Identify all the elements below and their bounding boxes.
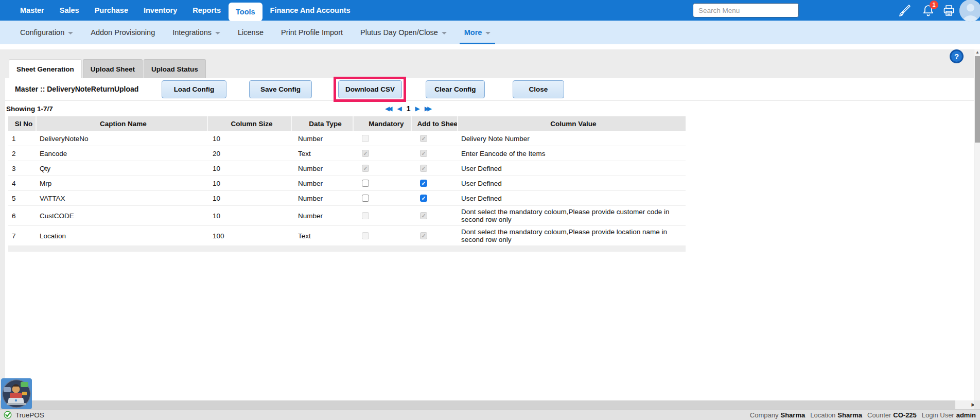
nav-item-reports[interactable]: Reports xyxy=(185,0,229,21)
nav-item-tools[interactable]: Tools xyxy=(229,3,262,21)
horizontal-scrollbar-thumb[interactable] xyxy=(0,400,955,409)
current-page-number[interactable]: 1 xyxy=(407,104,411,113)
cell-column-size: 100 xyxy=(208,230,292,242)
column-header-sl-no[interactable]: Sl No xyxy=(8,116,37,131)
status-bar-left: TruePOS xyxy=(4,411,44,419)
status-bar: TruePOS CompanySharma LocationSharma Cou… xyxy=(0,409,980,420)
table-row: 5VATTAX10NumberUser Defined xyxy=(8,191,686,206)
support-agent-icon xyxy=(1,378,32,409)
cell-sl-no: 2 xyxy=(8,148,37,160)
help-button[interactable]: ? xyxy=(950,49,964,63)
nav-item-purchase[interactable]: Purchase xyxy=(87,0,136,21)
submenu-print-profile-import[interactable]: Print Profile Import xyxy=(272,21,352,44)
status-company: CompanySharma xyxy=(750,411,805,419)
connection-ok-icon xyxy=(4,411,12,419)
cell-caption-name: Eancode xyxy=(37,148,208,160)
cell-sl-no: 6 xyxy=(8,210,37,222)
column-header-caption-name[interactable]: Caption Name xyxy=(37,116,208,131)
last-page-icon[interactable]: ▶▶ xyxy=(425,104,432,113)
notification-badge: 1 xyxy=(930,1,938,9)
status-location: LocationSharma xyxy=(810,411,862,419)
clear-config-button[interactable]: Clear Config xyxy=(426,80,485,98)
config-toolbar: Master :: DeliveryNoteReturnUpload Load … xyxy=(5,78,974,101)
submenu-license[interactable]: License xyxy=(229,21,272,44)
chevron-down-icon xyxy=(485,32,491,34)
submenu-more[interactable]: More xyxy=(456,21,500,44)
cell-column-value: Dont select the mandatory coloum,Please … xyxy=(458,226,686,246)
add-to-sheet-cell xyxy=(412,133,458,144)
nav-item-finance-and-accounts[interactable]: Finance And Accounts xyxy=(262,0,358,21)
add-to-sheet-checkbox[interactable] xyxy=(420,180,427,187)
column-header-column-value[interactable]: Column Value xyxy=(458,116,686,131)
submenu-configuration[interactable]: Configuration xyxy=(11,21,82,44)
mandatory-checkbox xyxy=(362,232,369,239)
mandatory-checkbox[interactable] xyxy=(362,195,369,202)
mandatory-cell xyxy=(354,230,412,241)
table-row: 1DeliveryNoteNo10NumberDelivery Note Num… xyxy=(8,131,686,146)
printer-icon[interactable] xyxy=(942,4,956,18)
cell-data-type: Number xyxy=(292,210,354,222)
top-navigation-bar: Master Sales Purchase Inventory Reports … xyxy=(0,0,980,21)
cell-caption-name: VATTAX xyxy=(37,192,208,204)
cell-data-type: Text xyxy=(292,230,354,242)
horizontal-scrollbar[interactable]: ▶ xyxy=(0,400,980,409)
add-to-sheet-checkbox xyxy=(420,165,427,172)
nav-item-master[interactable]: Master xyxy=(12,0,52,21)
cell-data-type: Number xyxy=(292,133,354,145)
submenu-addon-provisioning[interactable]: Addon Provisioning xyxy=(82,21,164,44)
column-header-column-size[interactable]: Column Size xyxy=(208,116,292,131)
add-to-sheet-checkbox xyxy=(420,135,427,142)
chevron-down-icon xyxy=(442,32,447,34)
close-button[interactable]: Close xyxy=(513,80,564,98)
avatar-person-icon xyxy=(959,0,980,22)
page-title: Master :: DeliveryNoteReturnUpload xyxy=(15,85,138,93)
column-header-mandatory[interactable]: Mandatory xyxy=(354,116,412,131)
chat-support-launcher[interactable] xyxy=(1,378,32,409)
pagination: ◀◀ ◀ 1 ▶ ▶▶ xyxy=(385,104,432,113)
add-to-sheet-cell xyxy=(412,210,458,221)
add-to-sheet-cell xyxy=(412,163,458,174)
cell-caption-name: Location xyxy=(37,230,208,242)
cell-data-type: Text xyxy=(292,148,354,160)
submenu-divider xyxy=(0,44,980,49)
cell-sl-no: 4 xyxy=(8,178,37,189)
nav-item-sales[interactable]: Sales xyxy=(52,0,87,21)
tab-upload-status[interactable]: Upload Status xyxy=(144,59,206,78)
add-to-sheet-cell xyxy=(412,178,458,189)
first-page-icon[interactable]: ◀◀ xyxy=(385,104,392,113)
cell-sl-no: 7 xyxy=(8,230,37,242)
cell-column-size: 10 xyxy=(208,133,292,145)
mandatory-cell xyxy=(354,163,412,174)
search-input[interactable] xyxy=(693,3,799,18)
mandatory-checkbox[interactable] xyxy=(362,180,369,187)
save-config-button[interactable]: Save Config xyxy=(249,80,312,98)
download-csv-button[interactable]: Download CSV xyxy=(338,80,402,98)
submenu-integrations[interactable]: Integrations xyxy=(164,21,229,44)
cell-caption-name: DeliveryNoteNo xyxy=(37,133,208,145)
tab-sheet-generation[interactable]: Sheet Generation xyxy=(9,59,82,78)
submenu-plutus-day-open-close[interactable]: Plutus Day Open/Close xyxy=(352,21,456,44)
scroll-up-icon[interactable]: ▲ xyxy=(974,49,980,56)
cell-column-value: User Defined xyxy=(458,163,686,174)
paintbrush-icon[interactable] xyxy=(898,4,912,18)
mandatory-cell xyxy=(354,133,412,144)
cell-caption-name: Qty xyxy=(37,163,208,174)
tab-upload-sheet[interactable]: Upload Sheet xyxy=(83,59,143,78)
add-to-sheet-checkbox xyxy=(420,232,427,239)
cell-column-size: 10 xyxy=(208,192,292,204)
grid-header-row: Sl No Caption Name Column Size Data Type… xyxy=(8,116,686,131)
vertical-scrollbar[interactable]: ▲ xyxy=(974,49,980,400)
nav-item-inventory[interactable]: Inventory xyxy=(136,0,185,21)
add-to-sheet-checkbox[interactable] xyxy=(420,195,427,202)
vertical-scrollbar-thumb[interactable] xyxy=(975,56,980,143)
cell-column-size: 20 xyxy=(208,148,292,160)
load-config-button[interactable]: Load Config xyxy=(162,80,226,98)
next-page-icon[interactable]: ▶ xyxy=(415,104,420,113)
cell-caption-name: CustCODE xyxy=(37,210,208,222)
column-header-add-to-sheet[interactable]: Add to Sheet xyxy=(412,116,458,131)
column-header-data-type[interactable]: Data Type xyxy=(292,116,354,131)
previous-page-icon[interactable]: ◀ xyxy=(397,104,401,113)
mandatory-checkbox xyxy=(362,212,369,219)
user-avatar[interactable] xyxy=(959,0,980,22)
add-to-sheet-checkbox xyxy=(420,150,427,157)
